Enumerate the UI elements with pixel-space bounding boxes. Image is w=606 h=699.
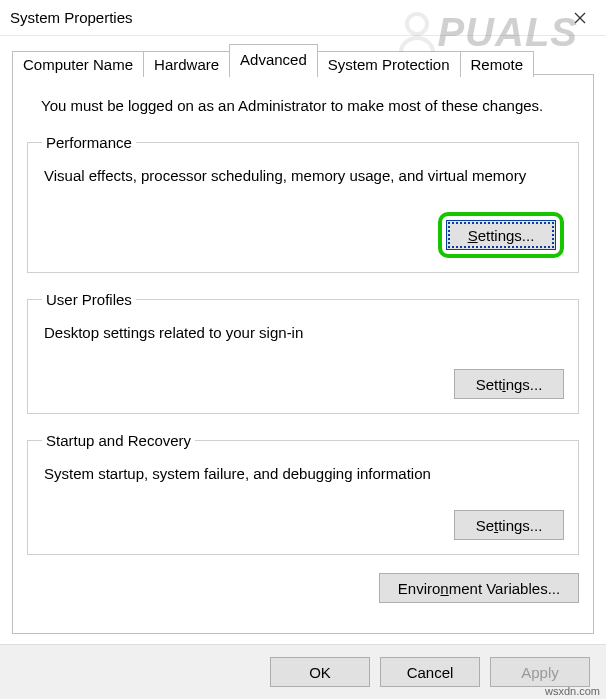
startup-recovery-group: Startup and Recovery System startup, sys… (27, 432, 579, 555)
tab-hardware[interactable]: Hardware (143, 51, 230, 77)
admin-notice: You must be logged on as an Administrato… (41, 97, 575, 114)
startup-recovery-legend: Startup and Recovery (42, 432, 195, 449)
titlebar: System Properties (0, 0, 606, 36)
startup-recovery-settings-button[interactable]: Settings... (454, 510, 564, 540)
dialog-action-bar: OK Cancel Apply (0, 644, 606, 699)
performance-desc: Visual effects, processor scheduling, me… (44, 167, 564, 184)
performance-group: Performance Visual effects, processor sc… (27, 134, 579, 273)
apply-button[interactable]: Apply (490, 657, 590, 687)
performance-settings-button[interactable]: Settings... (446, 220, 556, 250)
user-profiles-settings-button[interactable]: Settings... (454, 369, 564, 399)
highlight-marker: Settings... (438, 212, 564, 258)
user-profiles-legend: User Profiles (42, 291, 136, 308)
close-button[interactable] (560, 4, 600, 32)
user-profiles-group: User Profiles Desktop settings related t… (27, 291, 579, 414)
cancel-button[interactable]: Cancel (380, 657, 480, 687)
tab-computer-name[interactable]: Computer Name (12, 51, 144, 77)
tabstrip: Computer Name Hardware Advanced System P… (0, 36, 606, 75)
performance-legend: Performance (42, 134, 136, 151)
window-title: System Properties (10, 9, 560, 26)
ok-button[interactable]: OK (270, 657, 370, 687)
tab-advanced[interactable]: Advanced (229, 44, 318, 76)
tab-remote[interactable]: Remote (460, 51, 535, 77)
tab-system-protection[interactable]: System Protection (317, 51, 461, 77)
close-icon (574, 12, 586, 24)
environment-variables-button[interactable]: Environment Variables... (379, 573, 579, 603)
startup-recovery-desc: System startup, system failure, and debu… (44, 465, 564, 482)
advanced-panel: You must be logged on as an Administrato… (12, 75, 594, 634)
user-profiles-desc: Desktop settings related to your sign-in (44, 324, 564, 341)
system-properties-window: PUALS System Properties Computer Name Ha… (0, 0, 606, 699)
